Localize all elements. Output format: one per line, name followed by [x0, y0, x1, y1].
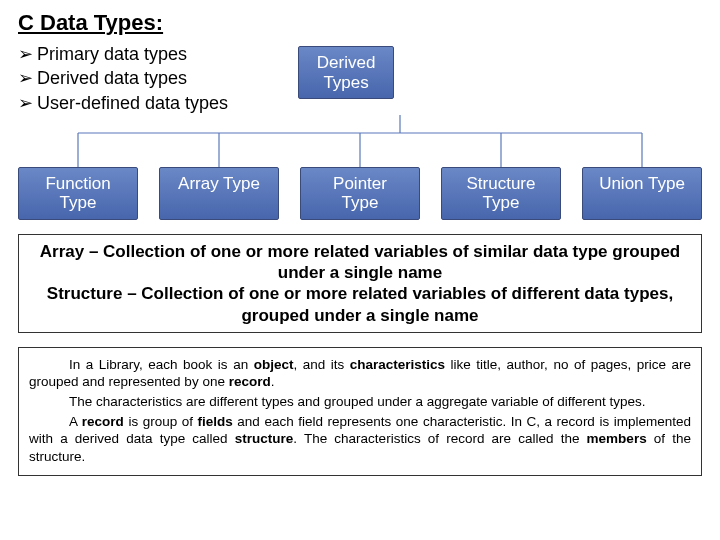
para-2: The characteristics are different types …	[29, 393, 691, 411]
diagram-child-structure: StructureType	[441, 167, 561, 220]
para-1: In a Library, each book is an object, an…	[29, 356, 691, 391]
def-array-text: – Collection of one or more related vari…	[84, 242, 680, 282]
explanation-box: In a Library, each book is an object, an…	[18, 347, 702, 476]
diagram-child-array: Array Type	[159, 167, 279, 220]
bullet-item: Primary data types	[18, 42, 228, 66]
diagram-child-union: Union Type	[582, 167, 702, 220]
bullet-item: Derived data types	[18, 66, 228, 90]
def-structure-label: Structure	[47, 284, 123, 303]
def-array-label: Array	[40, 242, 84, 261]
diagram: FunctionType Array Type PointerType Stru…	[18, 115, 702, 220]
diagram-root-node: DerivedTypes	[298, 46, 394, 99]
definitions-box: Array – Collection of one or more relate…	[18, 234, 702, 333]
bullet-item: User-defined data types	[18, 91, 228, 115]
page-title: C Data Types:	[18, 10, 702, 36]
def-structure-text: – Collection of one or more related vari…	[122, 284, 673, 324]
diagram-child-pointer: PointerType	[300, 167, 420, 220]
bullet-list: Primary data types Derived data types Us…	[18, 42, 228, 115]
para-3: A record is group of fields and each fie…	[29, 413, 691, 466]
diagram-child-function: FunctionType	[18, 167, 138, 220]
